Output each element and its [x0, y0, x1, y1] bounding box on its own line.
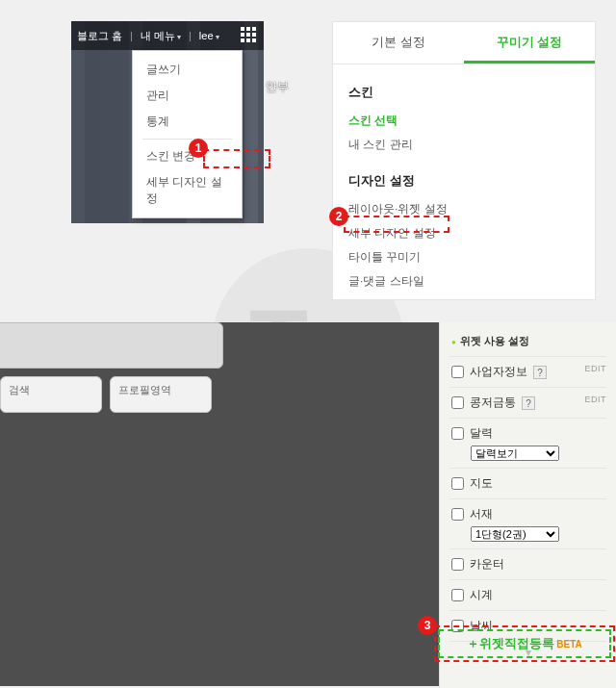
blog-top-bar: 블로그 홈 | 내 메뉴▾ | lee▾ — [71, 21, 264, 50]
help-icon[interactable]: ? — [522, 396, 535, 410]
my-menu-button[interactable]: 내 메뉴▾ — [141, 29, 181, 43]
widget-sidebar-title: 위젯 사용 설정 — [451, 334, 606, 348]
caret-down-icon: ▾ — [216, 33, 219, 41]
calendar-label: 달력 — [470, 425, 493, 442]
widget-item-piggy: 콩저금통 ? EDIT — [449, 387, 606, 418]
map-checkbox[interactable] — [451, 477, 464, 490]
weather-checkbox[interactable] — [451, 620, 464, 632]
widget-item-biz: 사업자정보 ? EDIT — [449, 356, 606, 387]
menu-skin-change[interactable]: 스킨 변경 — [133, 143, 242, 169]
piggy-label: 콩저금통 — [470, 395, 516, 411]
menu-manage[interactable]: 관리 — [133, 83, 242, 109]
widget-item-weather: 날씨 — [449, 610, 606, 641]
clock-label: 시계 — [470, 587, 493, 603]
piggy-checkbox[interactable] — [451, 396, 464, 409]
my-skin-link[interactable]: 내 스킨 관리 — [348, 133, 579, 157]
post-style-link[interactable]: 글·댓글 스타일 — [348, 269, 579, 293]
weather-label: 날씨 — [470, 618, 493, 634]
widget-item-bookshelf: 서재 1단형(2권) — [449, 498, 606, 548]
bookshelf-checkbox[interactable] — [451, 508, 464, 521]
widget-item-calendar: 달력 달력보기 — [449, 418, 606, 468]
profile-widget-chip[interactable]: 프로필영역 — [110, 376, 212, 413]
widget-item-clock: 시계 — [449, 579, 606, 610]
skin-select-link[interactable]: 스킨 선택 — [348, 109, 579, 133]
biz-checkbox[interactable] — [451, 366, 464, 378]
layout-widget-link[interactable]: 레이아웃·위젯 설정 — [348, 197, 579, 221]
calendar-select[interactable]: 달력보기 — [471, 446, 559, 461]
counter-checkbox[interactable] — [451, 558, 464, 571]
blog-home-link[interactable]: 블로그 홈 — [77, 29, 122, 43]
widget-sidebar: 위젯 사용 설정 사업자정보 ? EDIT 콩저금통 ? EDIT 달력 달력보… — [439, 322, 616, 688]
help-icon[interactable]: ? — [533, 366, 547, 379]
layout-preview: 검색 프로필영역 — [0, 322, 439, 686]
apps-grid-icon[interactable] — [241, 27, 258, 44]
calendar-checkbox[interactable] — [451, 427, 464, 440]
caret-down-icon: ▾ — [177, 33, 181, 41]
side-label: 안부 — [266, 79, 289, 95]
clock-checkbox[interactable] — [451, 589, 464, 601]
title-deco-link[interactable]: 타이틀 꾸미기 — [348, 245, 579, 269]
design-heading: 디자인 설정 — [348, 172, 579, 190]
widget-item-counter: 카운터 — [449, 548, 606, 579]
bookshelf-select[interactable]: 1단형(2권) — [471, 526, 559, 542]
skin-heading: 스킨 — [348, 84, 579, 101]
biz-edit[interactable]: EDIT — [584, 364, 606, 373]
badge-1: 1 — [189, 139, 208, 158]
widget-drop-handle[interactable]: ▾ — [449, 641, 606, 663]
preview-canvas — [0, 322, 223, 369]
biz-label: 사업자정보 — [470, 364, 527, 380]
tab-basic[interactable]: 기본 설정 — [333, 22, 464, 64]
map-label: 지도 — [470, 475, 493, 492]
my-menu-dropdown: 글쓰기 관리 통계 스킨 변경 세부 디자인 설정 — [132, 50, 243, 218]
piggy-edit[interactable]: EDIT — [584, 395, 606, 404]
widget-item-map: 지도 — [449, 468, 606, 498]
menu-write[interactable]: 글쓰기 — [133, 57, 242, 83]
detail-design-link[interactable]: 세부 디자인 설정 — [348, 221, 579, 245]
user-menu[interactable]: lee▾ — [199, 30, 219, 41]
badge-3: 3 — [418, 616, 437, 635]
search-widget-chip[interactable]: 검색 — [0, 376, 102, 413]
blog-header-screenshot: 블로그 홈 | 내 메뉴▾ | lee▾ 안부 글쓰기 관리 통계 스킨 변경 … — [71, 21, 264, 223]
menu-detail-design[interactable]: 세부 디자인 설정 — [133, 169, 242, 212]
settings-tabs: 기본 설정 꾸미기 설정 — [333, 22, 595, 64]
settings-panel: 기본 설정 꾸미기 설정 스킨 스킨 선택 내 스킨 관리 디자인 설정 레이아… — [332, 21, 596, 300]
menu-stats[interactable]: 통계 — [133, 109, 242, 135]
badge-2: 2 — [329, 207, 348, 226]
counter-label: 카운터 — [470, 556, 504, 573]
tab-decorate[interactable]: 꾸미기 설정 — [464, 22, 595, 64]
bookshelf-label: 서재 — [470, 506, 493, 522]
